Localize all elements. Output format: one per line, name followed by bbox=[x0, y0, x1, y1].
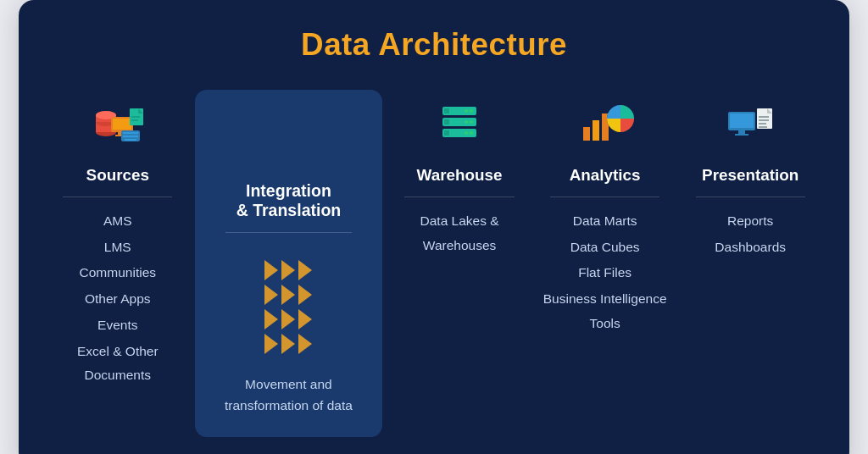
chevron-icon bbox=[298, 285, 312, 305]
chevron-icon bbox=[298, 334, 312, 354]
list-item: Business Intelligence Tools bbox=[537, 287, 674, 335]
chevron-icon bbox=[264, 309, 278, 329]
warehouse-title: Warehouse bbox=[417, 166, 503, 185]
list-item: Communities bbox=[49, 261, 186, 285]
sources-items: AMS LMS Communities Other Apps Events Ex… bbox=[49, 209, 186, 390]
chevron-icon bbox=[264, 260, 278, 280]
presentation-title: Presentation bbox=[702, 166, 798, 185]
svg-rect-40 bbox=[759, 116, 769, 118]
svg-point-25 bbox=[465, 120, 468, 124]
list-item: Data Marts bbox=[537, 209, 674, 234]
list-item: AMS bbox=[49, 209, 186, 234]
warehouse-icon bbox=[429, 90, 490, 158]
svg-rect-11 bbox=[123, 132, 138, 134]
svg-rect-17 bbox=[131, 119, 138, 121]
svg-rect-41 bbox=[759, 119, 769, 121]
presentation-icon bbox=[720, 90, 781, 158]
list-item: Dashboards bbox=[715, 235, 786, 260]
svg-rect-37 bbox=[735, 134, 748, 136]
analytics-items: Data Marts Data Cubes Flat Files Busines… bbox=[537, 209, 674, 338]
svg-rect-7 bbox=[113, 119, 131, 130]
page-title: Data Architecture bbox=[49, 27, 819, 63]
sources-title: Sources bbox=[86, 166, 149, 185]
list-item: Excel & Other Documents bbox=[49, 340, 186, 388]
svg-point-29 bbox=[465, 131, 468, 135]
list-item: Events bbox=[49, 313, 186, 338]
arrow-row-3 bbox=[264, 309, 312, 329]
svg-rect-13 bbox=[125, 139, 136, 141]
integration-desc: Movement and transformation of data bbox=[210, 374, 368, 417]
arrows bbox=[264, 260, 312, 354]
chevron-icon bbox=[281, 260, 295, 280]
chevron-icon bbox=[264, 334, 278, 354]
warehouse-divider bbox=[404, 197, 514, 197]
svg-rect-43 bbox=[759, 126, 767, 128]
svg-point-21 bbox=[465, 109, 468, 113]
sources-divider bbox=[63, 197, 172, 197]
svg-rect-12 bbox=[123, 136, 138, 137]
list-item: Reports bbox=[715, 209, 786, 234]
chevron-icon bbox=[264, 285, 278, 305]
svg-point-28 bbox=[470, 131, 473, 135]
svg-rect-19 bbox=[444, 108, 449, 114]
list-item: Data Cubes bbox=[537, 235, 674, 260]
analytics-icon bbox=[575, 90, 636, 158]
chevron-icon bbox=[298, 260, 312, 280]
list-item: LMS bbox=[49, 235, 186, 260]
svg-rect-31 bbox=[593, 120, 599, 141]
chevron-icon bbox=[298, 309, 312, 329]
list-item: Data Lakes &Warehouses bbox=[420, 209, 499, 257]
analytics-title: Analytics bbox=[570, 166, 641, 185]
arrow-row-4 bbox=[264, 334, 312, 354]
col-integration: Integration& Translation bbox=[195, 90, 383, 437]
chevron-icon bbox=[281, 334, 295, 354]
col-warehouse: Warehouse Data Lakes &Warehouses bbox=[391, 90, 528, 259]
presentation-divider bbox=[696, 197, 805, 197]
svg-rect-30 bbox=[583, 127, 590, 141]
svg-rect-42 bbox=[759, 123, 766, 125]
svg-point-20 bbox=[470, 109, 473, 113]
col-presentation: Presentation Reports Dashboards bbox=[682, 90, 819, 261]
list-item: Flat Files bbox=[537, 261, 674, 285]
svg-point-24 bbox=[470, 120, 473, 124]
sources-icon bbox=[87, 90, 148, 158]
warehouse-items: Data Lakes &Warehouses bbox=[420, 209, 499, 259]
col-analytics: Analytics Data Marts Data Cubes Flat Fil… bbox=[537, 90, 674, 338]
presentation-items: Reports Dashboards bbox=[715, 209, 786, 261]
chevron-icon bbox=[281, 285, 295, 305]
main-card: Data Architecture bbox=[19, 0, 849, 454]
svg-rect-16 bbox=[131, 116, 140, 118]
col-sources: Sources AMS LMS Communities Other Apps E… bbox=[49, 90, 186, 390]
analytics-divider bbox=[550, 197, 659, 197]
integration-title: Integration& Translation bbox=[236, 181, 342, 220]
svg-rect-35 bbox=[730, 114, 754, 128]
arrow-row-2 bbox=[264, 285, 312, 305]
svg-rect-23 bbox=[444, 119, 449, 125]
list-item: Other Apps bbox=[49, 287, 186, 312]
svg-rect-27 bbox=[444, 130, 449, 136]
columns-container: Sources AMS LMS Communities Other Apps E… bbox=[49, 90, 819, 437]
integration-divider bbox=[225, 232, 352, 233]
arrow-row-1 bbox=[264, 260, 312, 280]
chevron-icon bbox=[281, 309, 295, 329]
